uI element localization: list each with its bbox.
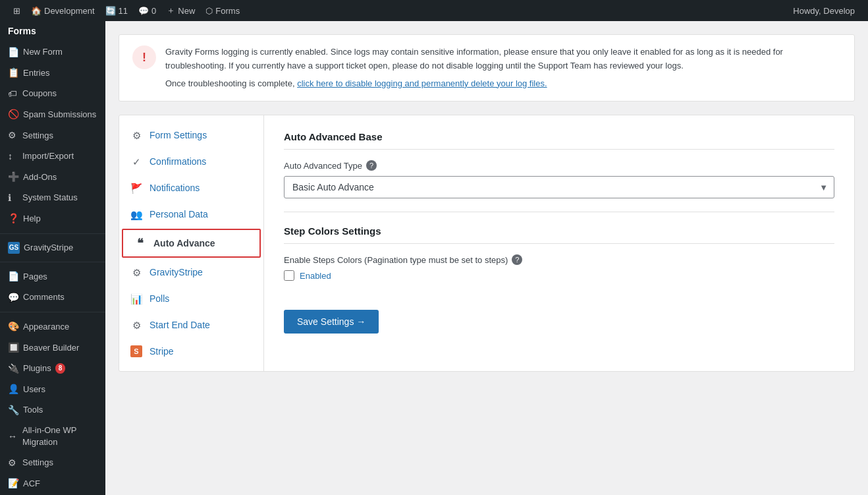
nav-item-personal-data[interactable]: 👥 Personal Data — [119, 201, 263, 227]
settings-area: ⚙ Form Settings ✓ Confirmations 🚩 Notifi… — [119, 115, 855, 372]
colors-field-label: Enable Steps Colors (Pagination type mus… — [284, 254, 834, 265]
sidebar-item-coupons[interactable]: 🏷 Coupons — [0, 84, 105, 105]
enabled-checkbox-row: Enabled — [284, 270, 834, 281]
wp-logo[interactable]: ⊞ — [8, 0, 26, 21]
notifications-icon: 🚩 — [130, 181, 143, 194]
sidebar-item-comments[interactable]: 💬 Comments — [0, 287, 105, 308]
type-select-wrapper: Basic Auto AdvanceAdvanced ▼ — [284, 176, 834, 198]
import-export-icon: ↕ — [8, 150, 18, 163]
spam-icon: 🚫 — [8, 108, 19, 121]
sidebar-item-addons[interactable]: ➕ Add-Ons — [0, 167, 105, 188]
type-select[interactable]: Basic Auto AdvanceAdvanced — [284, 176, 834, 198]
alert-icon: ! — [132, 45, 156, 69]
all-in-one-icon: ↔ — [8, 430, 18, 444]
sidebar-item-spam[interactable]: 🚫 Spam Submissions — [0, 104, 105, 125]
settings-nav: ⚙ Form Settings ✓ Confirmations 🚩 Notifi… — [119, 115, 264, 371]
help-icon: ❓ — [8, 212, 19, 225]
colors-section-title: Step Colors Settings — [284, 225, 834, 244]
alert-text: Gravity Forms logging is currently enabl… — [165, 45, 841, 90]
sidebar: Forms 📄 New Form 📋 Entries 🏷 Coupons 🚫 S… — [0, 21, 105, 495]
section-separator — [284, 212, 834, 212]
polls-icon: 📊 — [130, 292, 143, 305]
sidebar-divider-1 — [0, 233, 105, 234]
type-help-icon[interactable]: ? — [366, 160, 377, 171]
comments-sidebar-icon: 💬 — [8, 291, 19, 305]
sidebar-item-gravitystripe[interactable]: GS GravityStripe — [0, 238, 105, 258]
nav-item-form-settings[interactable]: ⚙ Form Settings — [119, 122, 263, 148]
sidebar-item-pages[interactable]: 📄 Pages — [0, 266, 105, 287]
auto-advance-icon: ❝ — [134, 237, 147, 250]
new-content-item[interactable]: ＋ New — [161, 0, 200, 21]
stripe-icon: S — [130, 345, 143, 358]
gravitystripe-icon: GS — [8, 242, 20, 254]
nav-item-notifications[interactable]: 🚩 Notifications — [119, 175, 263, 201]
save-settings-button[interactable]: Save Settings → — [284, 310, 379, 334]
comments-icon: 💬 — [138, 6, 149, 16]
enabled-label[interactable]: Enabled — [300, 271, 331, 281]
wp-settings-icon: ⚙ — [8, 457, 18, 470]
main-content: ! Gravity Forms logging is currently ena… — [105, 21, 868, 495]
tools-icon: 🔧 — [8, 404, 19, 417]
addons-icon: ➕ — [8, 171, 19, 184]
appearance-icon: 🎨 — [8, 320, 19, 334]
settings-panel: Auto Advanced Base Auto Advanced Type ? … — [264, 115, 854, 371]
nav-gravitystripe-icon: ⚙ — [130, 266, 143, 279]
entries-icon: 📋 — [8, 67, 19, 80]
disable-logging-link[interactable]: click here to disable logging and perman… — [297, 78, 547, 88]
sidebar-item-wp-settings[interactable]: ⚙ Settings — [0, 453, 105, 474]
sidebar-item-entries[interactable]: 📋 Entries — [0, 63, 105, 84]
nav-item-gravitystripe[interactable]: ⚙ GravityStripe — [119, 259, 263, 285]
personal-data-icon: 👥 — [130, 208, 143, 221]
confirmations-icon: ✓ — [130, 155, 143, 168]
sidebar-item-system-status[interactable]: ℹ System Status — [0, 188, 105, 209]
settings-icon: ⚙ — [8, 129, 18, 142]
sidebar-item-help[interactable]: ❓ Help — [0, 208, 105, 229]
sidebar-item-beaver-builder[interactable]: 🔲 Beaver Builder — [0, 337, 105, 359]
forms-plugin-item[interactable]: ⬡ Forms — [200, 0, 245, 21]
sidebar-item-settings[interactable]: ⚙ Settings — [0, 125, 105, 146]
site-name[interactable]: 🏠 Development — [26, 0, 100, 21]
sidebar-item-import-export[interactable]: ↕ Import/Export — [0, 146, 105, 167]
plugins-icon: 🔌 — [8, 363, 19, 376]
alert-banner: ! Gravity Forms logging is currently ena… — [119, 34, 855, 102]
nav-item-confirmations[interactable]: ✓ Confirmations — [119, 148, 263, 175]
sidebar-item-appearance[interactable]: 🎨 Appearance — [0, 316, 105, 337]
sidebar-forms-heading: Forms — [0, 21, 105, 42]
site-home-icon: 🏠 — [31, 6, 41, 16]
colors-field-row: Enable Steps Colors (Pagination type mus… — [284, 254, 834, 281]
sidebar-item-new-form[interactable]: 📄 New Form — [0, 42, 105, 63]
sidebar-item-users[interactable]: 👤 Users — [0, 379, 105, 400]
nav-item-auto-advance[interactable]: ❝ Auto Advance — [122, 229, 261, 258]
updates-icon: 🔄 — [105, 6, 116, 16]
wp-icon: ⊞ — [13, 6, 20, 16]
nav-item-start-end-date[interactable]: ⚙ Start End Date — [119, 312, 263, 338]
sidebar-item-tools[interactable]: 🔧 Tools — [0, 400, 105, 421]
nav-item-polls[interactable]: 📊 Polls — [119, 285, 263, 312]
type-field-label: Auto Advanced Type ? — [284, 160, 834, 171]
colors-help-icon[interactable]: ? — [512, 254, 522, 265]
acf-icon: 📝 — [8, 477, 19, 490]
base-section-title: Auto Advanced Base — [284, 131, 834, 150]
form-settings-icon: ⚙ — [130, 129, 143, 142]
forms-plugin-icon: ⬡ — [205, 6, 213, 16]
sidebar-item-all-in-one[interactable]: ↔ All-in-One WP Migration — [0, 421, 105, 452]
pages-icon: 📄 — [8, 270, 19, 283]
enabled-checkbox[interactable] — [284, 270, 294, 281]
coupons-icon: 🏷 — [8, 88, 18, 101]
system-status-icon: ℹ — [8, 192, 18, 205]
start-end-date-icon: ⚙ — [130, 318, 143, 332]
sidebar-item-plugins[interactable]: 🔌 Plugins 8 — [0, 359, 105, 380]
updates-item[interactable]: 🔄 11 — [100, 0, 133, 21]
comments-item[interactable]: 💬 0 — [133, 0, 161, 21]
sidebar-item-acf[interactable]: 📝 ACF — [0, 473, 105, 494]
sidebar-divider-3 — [0, 312, 105, 312]
plugins-badge: 8 — [55, 363, 66, 374]
new-form-icon: 📄 — [8, 46, 19, 59]
type-field-row: Auto Advanced Type ? Basic Auto AdvanceA… — [284, 160, 834, 198]
plus-icon: ＋ — [167, 5, 175, 16]
nav-item-stripe[interactable]: S Stripe — [119, 338, 263, 364]
beaver-builder-icon: 🔲 — [8, 341, 19, 355]
users-icon: 👤 — [8, 383, 19, 396]
user-greeting[interactable]: Howdy, Develop — [788, 0, 860, 21]
sidebar-divider-2 — [0, 262, 105, 262]
